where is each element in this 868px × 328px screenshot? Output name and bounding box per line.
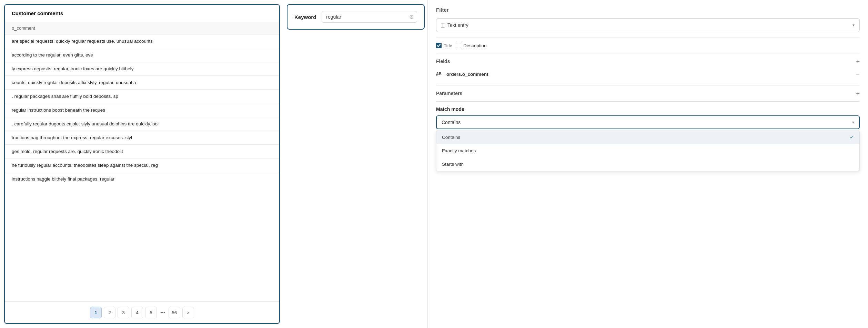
description-checkbox-label: Description — [463, 43, 487, 48]
table-row: regular instructions boost beneath the r… — [5, 103, 279, 117]
contains-checkmark: ✓ — [850, 134, 854, 140]
divider-4 — [436, 101, 860, 102]
divider-3 — [436, 85, 860, 85]
page-1-button[interactable]: 1 — [90, 307, 102, 318]
svg-text:C: C — [436, 74, 438, 76]
keyword-input[interactable] — [322, 11, 417, 23]
table-cell: he furiously regular accounts. theodolit… — [5, 158, 279, 172]
filter-type-left: ⌶ Text entry — [441, 22, 468, 28]
table-cell: instructions haggle blithely final packa… — [5, 172, 279, 186]
field-name: orders.o_comment — [446, 72, 488, 77]
dropdown-item-contains[interactable]: Contains ✓ — [436, 130, 859, 144]
keyword-input-wrapper: ⊗ — [322, 11, 417, 23]
fields-section-title: Fields + — [436, 58, 860, 64]
table-cell: are special requests. quickly regular re… — [5, 34, 279, 48]
table-row: . carefully regular dugouts cajole. slyl… — [5, 117, 279, 131]
table-cell: . regular packages shall are fluffily bo… — [5, 90, 279, 103]
table-row: tructions nag throughout the express, re… — [5, 131, 279, 145]
keyword-box: Keyword ⊗ — [287, 4, 425, 30]
match-mode-title: Match mode — [436, 106, 860, 112]
title-checkbox[interactable] — [436, 43, 442, 48]
fields-label: Fields — [436, 59, 450, 64]
field-item: AB C orders.o_comment − — [436, 68, 860, 80]
match-mode-menu: Contains ✓ Exactly matches Starts with — [436, 130, 860, 171]
table-cell: counts. quickly regular deposits affix s… — [5, 76, 279, 90]
page-last-button[interactable]: 56 — [169, 307, 180, 318]
panel-title: Customer comments — [5, 5, 279, 22]
column-header: o_comment — [5, 22, 279, 34]
keyword-clear-icon[interactable]: ⊗ — [409, 14, 414, 20]
table-row: counts. quickly regular deposits affix s… — [5, 76, 279, 90]
page-5-button[interactable]: 5 — [145, 307, 157, 318]
description-checkbox-item[interactable]: Description — [456, 43, 487, 48]
table-cell: ges mold. regular requests are. quickly … — [5, 145, 279, 158]
dropdown-item-exactly-matches[interactable]: Exactly matches — [436, 144, 859, 157]
table-row: instructions haggle blithely final packa… — [5, 172, 279, 186]
filter-type-label: Text entry — [447, 22, 468, 28]
fields-add-button[interactable]: + — [856, 58, 860, 64]
description-checkbox[interactable] — [456, 43, 461, 48]
left-panel: Customer comments o_comment are special … — [4, 4, 280, 324]
table-row: ly express deposits. regular, ironic fox… — [5, 62, 279, 76]
table-cell: regular instructions boost beneath the r… — [5, 103, 279, 117]
table-cell: according to the regular, even gifts. ev… — [5, 48, 279, 62]
table-container: o_comment are special requests. quickly … — [5, 22, 279, 301]
field-remove-button[interactable]: − — [856, 71, 860, 78]
table-row: he furiously regular accounts. theodolit… — [5, 158, 279, 172]
field-item-left: AB C orders.o_comment — [436, 71, 488, 78]
filter-title: Filter — [436, 7, 860, 13]
right-panel: Filter ⌶ Text entry ▾ Title Description … — [427, 0, 868, 328]
field-type-icon: AB C — [436, 71, 443, 78]
table-cell: . carefully regular dugouts cajole. slyl… — [5, 117, 279, 131]
table-row: according to the regular, even gifts. ev… — [5, 48, 279, 62]
page-2-button[interactable]: 2 — [104, 307, 115, 318]
match-mode-dropdown[interactable]: Contains ▾ — [436, 115, 860, 129]
parameters-section-title: Parameters + — [436, 90, 860, 96]
text-cursor-icon: ⌶ — [441, 22, 445, 28]
match-mode-chevron-icon: ▾ — [852, 120, 854, 125]
match-mode-selected: Contains — [442, 120, 461, 125]
contains-label: Contains — [442, 135, 460, 140]
table-cell: tructions nag throughout the express, re… — [5, 131, 279, 145]
parameters-label: Parameters — [436, 91, 462, 96]
title-checkbox-item[interactable]: Title — [436, 43, 452, 48]
table-row: . regular packages shall are fluffily bo… — [5, 90, 279, 103]
divider-1 — [436, 38, 860, 38]
title-checkbox-label: Title — [444, 43, 452, 48]
page-4-button[interactable]: 4 — [131, 307, 143, 318]
divider-2 — [436, 53, 860, 53]
parameters-add-button[interactable]: + — [856, 90, 860, 96]
keyword-label: Keyword — [294, 14, 316, 20]
table-cell: ly express deposits. regular, ironic fox… — [5, 62, 279, 76]
checkbox-row: Title Description — [436, 43, 860, 48]
dropdown-item-starts-with[interactable]: Starts with — [436, 157, 859, 171]
middle-panel: Keyword ⊗ — [287, 4, 425, 324]
starts-with-label: Starts with — [442, 162, 464, 167]
table-row: are special requests. quickly regular re… — [5, 34, 279, 48]
page-3-button[interactable]: 3 — [118, 307, 129, 318]
page-next-button[interactable]: > — [182, 307, 194, 318]
exactly-matches-label: Exactly matches — [442, 148, 476, 153]
table-row: ges mold. regular requests are. quickly … — [5, 145, 279, 158]
pagination: 1 2 3 4 5 ••• 56 > — [5, 301, 279, 323]
chevron-down-icon: ▾ — [852, 23, 855, 28]
filter-type-dropdown[interactable]: ⌶ Text entry ▾ — [436, 18, 860, 32]
pagination-dots: ••• — [159, 310, 166, 315]
